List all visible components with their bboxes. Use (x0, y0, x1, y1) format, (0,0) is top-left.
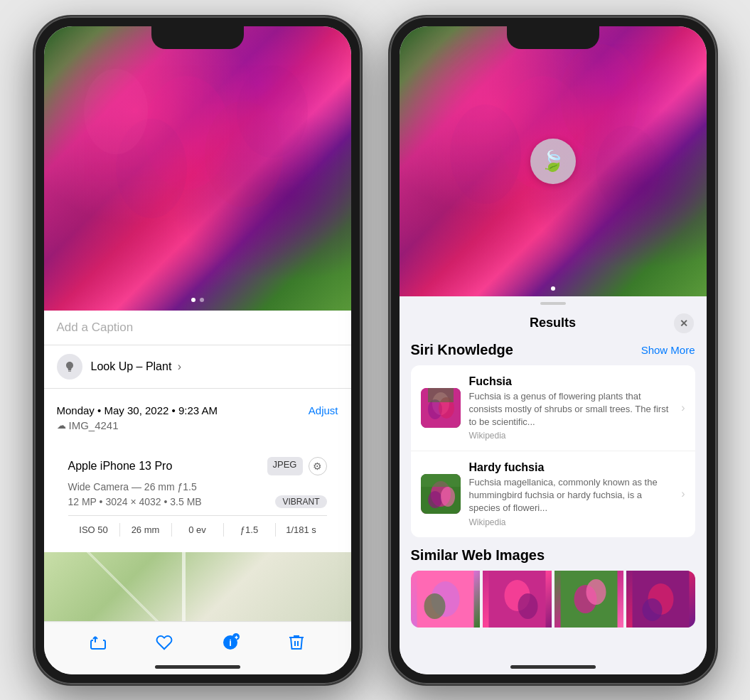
siri-icon: 🍃 (540, 149, 565, 173)
svg-point-20 (428, 491, 442, 508)
siri-knowledge-header: Siri Knowledge Show More (411, 342, 695, 358)
exif-aperture: ƒ1.5 (224, 523, 276, 537)
lookup-icon (57, 354, 82, 379)
show-more-button[interactable]: Show More (641, 344, 695, 356)
device-section: Apple iPhone 13 Pro JPEG ⚙ Wide Camera —… (55, 447, 340, 546)
photo-dot-right-1[interactable] (551, 286, 555, 291)
settings-icon[interactable]: ⚙ (309, 457, 327, 475)
device-name: Apple iPhone 13 Pro (68, 460, 173, 473)
info-button[interactable]: i ✦ (220, 632, 240, 652)
filter-badge: VIBRANT (275, 495, 326, 508)
web-image-4[interactable] (626, 571, 695, 628)
siri-button[interactable]: 🍃 (530, 139, 576, 184)
left-phone: Add a Caption Look Up – Plant › M (34, 16, 361, 684)
web-image-1[interactable] (411, 571, 480, 628)
map-section[interactable] (44, 552, 351, 623)
knowledge-item-fuchsia[interactable]: Fuchsia Fuchsia is a genus of flowering … (411, 365, 695, 452)
fuchsia-thumbnail (421, 388, 461, 428)
exif-shutter: 1/181 s (276, 523, 327, 537)
svg-point-11 (450, 104, 521, 204)
web-image-3[interactable] (555, 571, 623, 628)
right-phone: 🍃 Results ✕ Siri Kn (390, 16, 717, 684)
svg-point-4 (237, 65, 308, 158)
hardy-thumbnail (421, 474, 461, 514)
fuchsia-desc: Fuchsia is a genus of flowering plants t… (469, 390, 676, 429)
web-images-title: Similar Web Images (411, 547, 695, 564)
drag-handle[interactable] (540, 302, 566, 305)
web-images-section: Similar Web Images (411, 547, 695, 628)
hardy-chevron: › (681, 488, 685, 500)
flower-photo-right[interactable]: 🍃 (400, 26, 707, 296)
lookup-row[interactable]: Look Up – Plant › (44, 345, 351, 389)
lookup-text: Look Up – Plant › (91, 360, 182, 373)
left-screen: Add a Caption Look Up – Plant › M (44, 26, 351, 674)
knowledge-item-hardy[interactable]: Hardy fuchsia Fuchsia magellanica, commo… (411, 451, 695, 537)
home-indicator-right (510, 665, 596, 669)
svg-point-25 (424, 593, 445, 619)
svg-point-28 (518, 593, 537, 619)
close-button[interactable]: ✕ (674, 313, 694, 333)
photo-dot-1[interactable] (191, 298, 195, 302)
right-screen: 🍃 Results ✕ Siri Kn (400, 26, 707, 674)
resolution: 12 MP • 3024 × 4032 • 3.5 MB (68, 496, 202, 507)
results-content: Siri Knowledge Show More (400, 342, 707, 674)
format-badge: JPEG (267, 457, 303, 475)
fuchsia-name: Fuchsia (469, 375, 676, 388)
exif-focal: 26 mm (120, 523, 172, 537)
results-header: Results ✕ (400, 308, 707, 342)
share-button[interactable] (88, 632, 108, 652)
exif-ev: 0 ev (172, 523, 224, 537)
hardy-text: Hardy fuchsia Fuchsia magellanica, commo… (469, 461, 676, 527)
camera-spec: Wide Camera — 26 mm ƒ1.5 (68, 481, 327, 492)
svg-rect-22 (421, 474, 461, 487)
hardy-desc: Fuchsia magellanica, commonly known as t… (469, 476, 676, 515)
exif-iso: ISO 50 (68, 523, 120, 537)
delete-button[interactable] (286, 632, 306, 652)
svg-point-21 (441, 487, 455, 507)
notch-right (507, 26, 599, 49)
caption-area[interactable]: Add a Caption (44, 311, 351, 345)
home-indicator (155, 665, 240, 669)
svg-point-3 (84, 69, 148, 154)
exif-row: ISO 50 26 mm 0 ev ƒ1.5 1/181 s (68, 515, 327, 537)
svg-point-34 (642, 598, 662, 621)
fuchsia-source: Wikipedia (469, 431, 676, 441)
like-button[interactable] (154, 632, 174, 652)
svg-point-12 (596, 126, 660, 211)
web-image-2[interactable] (483, 571, 552, 628)
results-panel: Results ✕ Siri Knowledge Show More (400, 296, 707, 674)
web-images-grid (411, 571, 695, 628)
hardy-name: Hardy fuchsia (469, 461, 676, 474)
photo-dot-2[interactable] (200, 298, 204, 302)
hardy-source: Wikipedia (469, 517, 676, 527)
photo-date: Monday • May 30, 2022 • 9:23 AM (57, 404, 218, 416)
fuchsia-text: Fuchsia Fuchsia is a genus of flowering … (469, 375, 676, 441)
filename: ☁ IMG_4241 (57, 419, 338, 431)
results-title: Results (530, 316, 576, 330)
caption-placeholder: Add a Caption (57, 321, 134, 334)
flower-photo[interactable] (44, 26, 351, 311)
siri-knowledge-title: Siri Knowledge (411, 342, 513, 358)
adjust-button[interactable]: Adjust (309, 404, 338, 416)
svg-rect-17 (428, 388, 454, 402)
fuchsia-chevron: › (681, 402, 685, 414)
svg-point-31 (586, 579, 606, 605)
notch (151, 26, 244, 49)
metadata-section: Monday • May 30, 2022 • 9:23 AM Adjust ☁… (44, 394, 351, 441)
svg-text:✦: ✦ (234, 634, 239, 640)
knowledge-card: Fuchsia Fuchsia is a genus of flowering … (411, 365, 695, 537)
